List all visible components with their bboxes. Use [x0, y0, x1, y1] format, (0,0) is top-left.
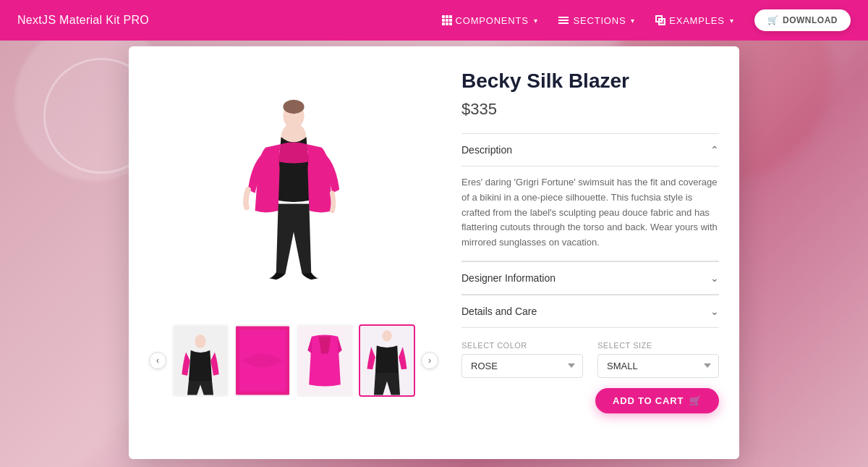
card-content: ‹ [149, 67, 719, 439]
examples-icon [655, 15, 665, 25]
thumbnail-1[interactable] [172, 324, 229, 397]
cart-icon: 🛒 [767, 15, 779, 25]
accordion-designer: Designer Information ⌄ [461, 261, 719, 295]
selectors-row: Select color ROSE RED WHITE BLACK Select… [461, 341, 719, 378]
product-price: $335 [461, 100, 719, 119]
accordion-designer-header[interactable]: Designer Information ⌄ [461, 262, 719, 295]
nav-item-sections[interactable]: SECTIONS ▾ [550, 9, 644, 32]
accordion-details-label: Details and Care [461, 306, 537, 317]
main-product-image [200, 67, 388, 313]
nav-item-components[interactable]: COMPONENTS ▾ [433, 9, 547, 32]
color-select[interactable]: ROSE RED WHITE BLACK [461, 354, 583, 378]
download-button[interactable]: 🛒 DOWNLOAD [754, 9, 851, 31]
download-label: DOWNLOAD [783, 15, 838, 25]
accordion-description: Description ⌃ Eres' daring 'Grigri Fortu… [461, 133, 719, 261]
accordion-details: Details and Care ⌄ [461, 295, 719, 328]
chevron-up-icon: ⌃ [710, 144, 719, 156]
thumbnails-row: ‹ [149, 324, 438, 397]
grid-icon [442, 15, 452, 25]
product-title: Becky Silk Blazer [461, 70, 719, 93]
prev-image-button[interactable]: ‹ [149, 352, 166, 369]
product-card: ‹ [129, 46, 739, 459]
navbar: NextJS Material Kit PRO COMPONENTS ▾ SEC… [0, 0, 868, 41]
color-label: Select color [461, 341, 583, 350]
chevron-down-icon: ▾ [631, 17, 635, 25]
chevron-down-icon: ▾ [534, 17, 538, 25]
add-to-cart-label: ADD TO CART [613, 395, 684, 406]
sections-icon [558, 17, 570, 24]
accordion-designer-label: Designer Information [461, 272, 556, 284]
blazer-svg [221, 70, 366, 309]
navbar-nav: COMPONENTS ▾ SECTIONS ▾ EXAMPLES ▾ [433, 9, 851, 32]
svg-rect-3 [289, 127, 299, 138]
svg-point-5 [195, 335, 205, 348]
nav-label-examples: EXAMPLES [669, 15, 725, 26]
add-to-cart-button[interactable]: ADD TO CART 🛒 [595, 388, 719, 413]
chevron-down-icon: ⌄ [710, 306, 719, 317]
accordion-description-label: Description [461, 144, 512, 156]
shopping-cart-icon: 🛒 [689, 395, 702, 406]
product-details-section: Becky Silk Blazer $335 Description ⌃ Ere… [461, 67, 719, 439]
accordion-details-header[interactable]: Details and Care ⌄ [461, 295, 719, 328]
thumbnail-3[interactable] [297, 324, 353, 397]
thumbnail-2[interactable] [234, 324, 291, 397]
nav-item-examples[interactable]: EXAMPLES ▾ [647, 9, 742, 32]
size-selector-group: Select size SMALL MEDIUM LARGE XL [597, 341, 719, 378]
nav-label-sections: SECTIONS [574, 15, 626, 26]
add-to-cart-row: ADD TO CART 🛒 [461, 388, 719, 413]
thumbnail-4[interactable] [359, 324, 415, 397]
nav-label-components: COMPONENTS [456, 15, 529, 26]
navbar-brand: NextJS Material Kit PRO [17, 14, 433, 27]
accordion-description-header[interactable]: Description ⌃ [461, 134, 719, 167]
size-label: Select size [597, 341, 719, 350]
accordion-description-body: Eres' daring 'Grigri Fortune' swimsuit h… [461, 167, 719, 261]
color-selector-group: Select color ROSE RED WHITE BLACK [461, 341, 583, 378]
svg-point-2 [283, 100, 304, 114]
size-select[interactable]: SMALL MEDIUM LARGE XL [597, 354, 719, 378]
svg-point-10 [382, 330, 391, 341]
chevron-down-icon: ▾ [730, 17, 734, 25]
chevron-down-icon: ⌄ [710, 272, 719, 284]
next-image-button[interactable]: › [421, 352, 438, 369]
product-images-section: ‹ [149, 67, 438, 439]
